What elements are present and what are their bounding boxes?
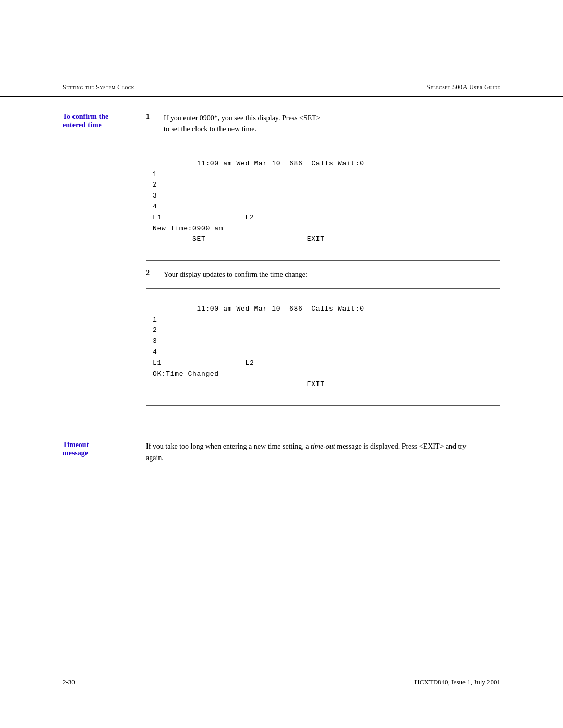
step1-text: If you enter 0900*, you see this display… (164, 113, 321, 134)
step2-text: Your display updates to confirm the time… (164, 269, 308, 280)
step2-number: 2 (146, 269, 158, 280)
display1-line6: L1 L2 (153, 214, 254, 221)
display1-line7: New Time:0900 am (153, 225, 223, 232)
display2-line6: L1 L2 (153, 359, 254, 367)
timeout-label-line1: Timeout (63, 441, 136, 449)
display2-line2: 1 (153, 316, 157, 324)
display1-line8: SET EXIT (153, 235, 325, 243)
step1: 1 If you enter 0900*, you see this displ… (146, 113, 500, 134)
display1-line5: 4 (153, 203, 157, 211)
timeout-label-line2: message (63, 449, 136, 458)
confirm-section: To confirm the entered time 1 If you ent… (63, 97, 500, 425)
display1-line2: 1 (153, 170, 157, 178)
section1-body: 1 If you enter 0900*, you see this displ… (146, 113, 500, 414)
header-left: Setting the System Clock (63, 83, 134, 91)
display-box-1: 11:00 am Wed Mar 10 686 Calls Wait:0 1 2… (146, 143, 500, 261)
step2: 2 Your display updates to confirm the ti… (146, 269, 500, 280)
section1-label-line1: To confirm the (63, 113, 136, 121)
content: To confirm the entered time 1 If you ent… (0, 97, 563, 475)
display-box-2: 11:00 am Wed Mar 10 686 Calls Wait:0 1 2… (146, 288, 500, 406)
display2-line4: 3 (153, 337, 157, 345)
footer-right: HCXTD840, Issue 1, July 2001 (414, 678, 500, 686)
display2-line1: 11:00 am Wed Mar 10 686 Calls Wait:0 (197, 305, 364, 313)
timeout-label: Timeout message (63, 441, 146, 464)
display1-line4: 3 (153, 192, 157, 200)
display2-line8: EXIT (153, 380, 325, 388)
footer-left: 2-30 (63, 678, 75, 686)
timeout-section: Timeout message If you take too long whe… (63, 425, 500, 475)
page-footer: 2-30 HCXTD840, Issue 1, July 2001 (0, 678, 563, 686)
display2-line3: 2 (153, 326, 157, 334)
display1-line3: 2 (153, 181, 157, 189)
step1-number: 1 (146, 113, 158, 134)
display2-line7: OK:Time Changed (153, 370, 219, 378)
timeout-body: If you take too long when entering a new… (146, 441, 500, 464)
display1-line1: 11:00 am Wed Mar 10 686 Calls Wait:0 (197, 159, 364, 167)
display2-line5: 4 (153, 348, 157, 356)
header-right: Selecset 500A User Guide (427, 83, 500, 91)
section1-label-line2: entered time (63, 121, 136, 129)
section1-label: To confirm the entered time (63, 113, 146, 414)
page-header: Setting the System Clock Selecset 500A U… (0, 0, 563, 97)
page: Setting the System Clock Selecset 500A U… (0, 0, 563, 728)
timeout-text-italic: time-out (311, 442, 335, 450)
timeout-text-part1: If you take too long when entering a new… (146, 442, 311, 450)
